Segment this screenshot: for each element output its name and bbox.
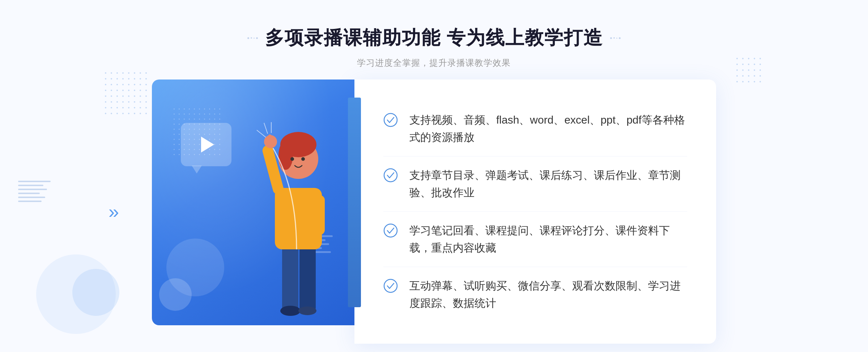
content-area: » — [152, 80, 716, 344]
svg-rect-13 — [268, 134, 271, 145]
feature-item-3: 学习笔记回看、课程提问、课程评论打分、课件资料下载，重点内容收藏 — [383, 212, 687, 267]
svg-point-18 — [384, 169, 397, 182]
svg-point-9 — [278, 141, 293, 170]
check-icon-4 — [383, 279, 398, 293]
subtitle: 学习进度全掌握，提升录播课教学效果 — [247, 57, 621, 69]
svg-point-17 — [384, 113, 397, 126]
dot-pattern-right: (function() { const container = document… — [736, 58, 763, 85]
feature-text-4: 互动弹幕、试听购买、微信分享、观看次数限制、学习进度跟踪、数据统计 — [409, 277, 687, 312]
features-panel: 支持视频、音频、flash、word、excel、ppt、pdf等各种格式的资源… — [354, 80, 716, 344]
feature-item-4: 互动弹幕、试听购买、微信分享、观看次数限制、学习进度跟踪、数据统计 — [383, 267, 687, 322]
header-decorators: 多项录播课辅助功能 专为线上教学打造 — [247, 25, 621, 51]
page-left-stripes — [18, 181, 51, 202]
side-chevron-icon: » — [109, 201, 119, 223]
page-container: (function() { const container = document… — [0, 0, 868, 352]
svg-rect-6 — [315, 195, 325, 235]
feature-text-1: 支持视频、音频、flash、word、excel、ppt、pdf等各种格式的资源… — [409, 111, 687, 146]
human-figure — [239, 116, 362, 325]
play-bubble — [181, 123, 231, 166]
svg-point-2 — [280, 306, 301, 316]
deco-dots-left — [247, 37, 258, 39]
header-section: 多项录播课辅助功能 专为线上教学打造 学习进度全掌握，提升录播课教学效果 — [247, 0, 621, 80]
deco-circle-small — [159, 278, 192, 311]
deco-dots-right — [610, 37, 621, 39]
svg-point-19 — [384, 224, 397, 237]
check-icon-1 — [383, 113, 398, 127]
svg-rect-1 — [299, 246, 316, 311]
svg-point-3 — [298, 306, 316, 315]
bottom-circle-medium — [72, 269, 119, 316]
svg-point-20 — [384, 279, 397, 292]
svg-line-14 — [257, 130, 266, 137]
check-icon-3 — [383, 223, 398, 238]
play-icon — [201, 137, 214, 153]
feature-text-3: 学习笔记回看、课程提问、课程评论打分、课件资料下载，重点内容收藏 — [409, 222, 687, 257]
illustration-panel — [152, 80, 354, 325]
main-title: 多项录播课辅助功能 专为线上教学打造 — [265, 25, 603, 51]
svg-point-10 — [290, 157, 294, 161]
feature-item-1: 支持视频、音频、flash、word、excel、ppt、pdf等各种格式的资源… — [383, 101, 687, 156]
dot-pattern-left: (function() { const container = document… — [105, 72, 149, 116]
svg-line-15 — [264, 123, 268, 134]
feature-item-2: 支持章节目录、弹题考试、课后练习、课后作业、章节测验、批改作业 — [383, 156, 687, 212]
feature-text-2: 支持章节目录、弹题考试、课后练习、课后作业、章节测验、批改作业 — [409, 167, 687, 201]
svg-rect-0 — [282, 246, 298, 311]
svg-point-11 — [301, 157, 305, 161]
check-icon-2 — [383, 168, 398, 183]
